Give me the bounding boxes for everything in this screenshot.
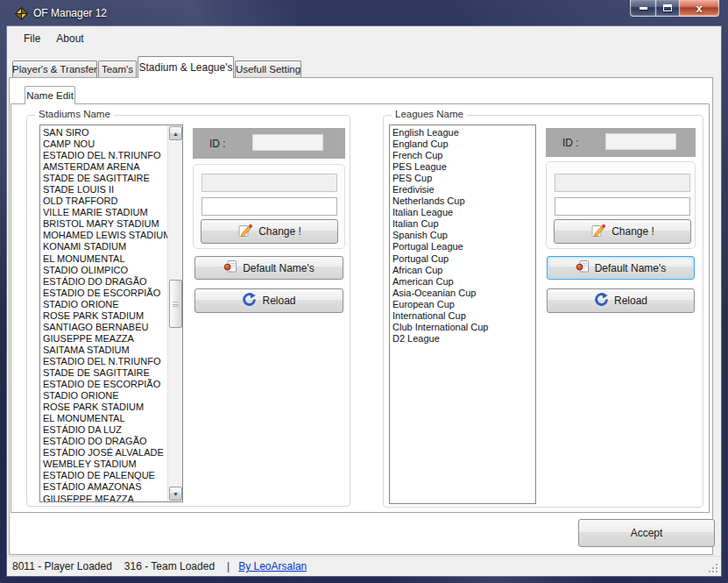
accept-button[interactable]: Accept: [578, 519, 715, 547]
maximize-button[interactable]: [655, 0, 680, 17]
stadiums-scrollbar[interactable]: ▲ ▼: [167, 125, 182, 501]
list-item[interactable]: Asia-Oceanian Cup: [392, 288, 535, 299]
stadium-new-name-field[interactable]: [201, 197, 337, 216]
list-item[interactable]: ESTÁDIO DO DRAGÃO: [43, 436, 166, 447]
list-item[interactable]: STADE DE SAGITTAIRE: [43, 367, 166, 379]
list-item[interactable]: English League: [392, 127, 535, 139]
list-item[interactable]: BRISTOL MARY STADIUM: [43, 218, 166, 230]
list-item[interactable]: VILLE MARIE STADIUM: [43, 207, 166, 218]
list-item[interactable]: Netherlands Cup: [392, 196, 535, 207]
league-change-button[interactable]: Change !: [554, 219, 691, 244]
scrollbar-thumb[interactable]: [169, 280, 182, 328]
scroll-down-icon[interactable]: ▼: [169, 487, 182, 501]
list-item[interactable]: ESTADIO DE PALENQUE: [43, 470, 166, 481]
stadiums-list: SAN SIROCAMP NOUESTADIO DEL N.TRIUNFOAMS…: [43, 127, 166, 502]
stadium-default-names-button[interactable]: Default Name's: [194, 256, 343, 280]
close-icon: x: [696, 3, 702, 14]
leagues-groupbox: Leagues Name English LeagueEngland CupFr…: [383, 115, 703, 508]
list-item[interactable]: Italian League: [392, 207, 535, 218]
list-item[interactable]: STADE DE SAGITTAIRE: [43, 173, 166, 184]
tab-stadium-leagues[interactable]: Stadium & League's: [138, 56, 234, 78]
list-item[interactable]: Italian Cup: [392, 218, 535, 230]
tab-name-edit[interactable]: Name Edit: [25, 86, 75, 104]
league-edit-panel: Change !: [546, 161, 696, 249]
league-current-name-field: [555, 174, 690, 192]
stadium-reload-label: Reload: [262, 295, 295, 307]
list-item[interactable]: SANTIAGO BERNABÉU: [43, 322, 166, 333]
close-button[interactable]: x: [680, 0, 719, 17]
list-item[interactable]: STADIO ORIONE: [43, 299, 166, 310]
league-reload-button[interactable]: Reload: [547, 288, 695, 313]
list-item[interactable]: GIUSEPPE MEAZZA: [43, 494, 166, 503]
menu-about[interactable]: About: [48, 29, 91, 48]
list-item[interactable]: International Cup: [392, 310, 535, 322]
resize-grip-icon[interactable]: [708, 563, 718, 573]
tab-usefull-setting[interactable]: Usefull Setting: [235, 60, 301, 77]
list-item[interactable]: ESTÁDIO JOSÉ ALVALADE: [43, 447, 166, 459]
stadium-reload-button[interactable]: Reload: [194, 288, 343, 313]
list-item[interactable]: PES League: [392, 161, 535, 173]
stadium-default-names-label: Default Name's: [243, 262, 315, 274]
list-item[interactable]: European Cup: [392, 299, 535, 310]
list-item[interactable]: STADIO OLIMPICO: [43, 265, 166, 276]
list-item[interactable]: AMSTERDAM ARENA: [43, 161, 166, 173]
status-players-loaded: 8011 - Player Loaded: [12, 560, 112, 572]
status-separator: |: [227, 560, 230, 572]
tab-players-transfer[interactable]: Player's & Transfer: [12, 60, 97, 77]
list-item[interactable]: ESTADIO DE ESCORPIÃO: [43, 288, 166, 299]
minimize-button[interactable]: [630, 0, 655, 17]
list-item[interactable]: STADIO ORIONE: [43, 390, 166, 402]
list-item[interactable]: CAMP NOU: [43, 139, 166, 150]
list-item[interactable]: SAN SIRO: [43, 127, 166, 139]
client-area: File About Player's & Transfer Team's St…: [7, 26, 721, 576]
list-item[interactable]: GIUSEPPE MEAZZA: [43, 333, 166, 345]
league-new-name-field[interactable]: [555, 197, 690, 216]
maximize-icon: [663, 4, 672, 11]
list-item[interactable]: EL MONUMENTAL: [43, 413, 166, 424]
list-item[interactable]: Portugal League: [392, 241, 535, 252]
league-id-field[interactable]: [605, 133, 676, 150]
list-item[interactable]: African Cup: [392, 265, 535, 276]
list-item[interactable]: KONAMI STADIUM: [43, 241, 166, 252]
credit-link[interactable]: By LeoArsalan: [238, 560, 307, 572]
minimize-icon: [640, 7, 647, 10]
league-default-names-label: Default Name's: [595, 262, 667, 274]
stadiums-listbox[interactable]: SAN SIROCAMP NOUESTADIO DEL N.TRIUNFOAMS…: [39, 124, 183, 502]
list-item[interactable]: ESTADIO DEL N.TRIUNFO: [43, 356, 166, 367]
leagues-listbox[interactable]: English LeagueEngland CupFrench CupPES L…: [389, 124, 536, 504]
scrollbar-grip-icon: [173, 302, 179, 307]
list-item[interactable]: WEMBLEY STADIUM: [43, 459, 166, 470]
stadium-id-field[interactable]: [252, 134, 323, 151]
list-item[interactable]: Spanish Cup: [392, 230, 535, 241]
list-item[interactable]: SAITAMA STADIUM: [43, 345, 166, 356]
scroll-up-icon[interactable]: ▲: [169, 126, 182, 140]
tab-teams[interactable]: Team's: [98, 60, 137, 77]
list-item[interactable]: ESTÁDIO AMAZONAS: [43, 481, 166, 493]
league-reload-label: Reload: [614, 295, 647, 307]
league-id-panel: ID :: [546, 128, 696, 157]
list-item[interactable]: ROSE PARK STADIUM: [43, 310, 166, 322]
list-item[interactable]: Club International Cup: [392, 322, 535, 333]
list-item[interactable]: PES Cup: [392, 173, 535, 184]
list-item[interactable]: Portugal Cup: [392, 253, 535, 265]
list-item[interactable]: EL MONUMENTAL: [43, 253, 166, 265]
league-default-names-button[interactable]: Default Name's: [547, 256, 695, 280]
list-item[interactable]: England Cup: [392, 139, 535, 150]
app-window: OF Manager 12 x File About Player's & Tr…: [0, 0, 728, 583]
list-item[interactable]: ESTADIO DEL N.TRIUNFO: [43, 150, 166, 161]
title-bar[interactable]: OF Manager 12 x: [0, 0, 728, 26]
list-item[interactable]: D2 League: [392, 333, 535, 345]
list-item[interactable]: OLD TRAFFORD: [43, 196, 166, 207]
menu-file[interactable]: File: [16, 29, 48, 48]
list-item[interactable]: Eredivisie: [392, 184, 535, 196]
list-item[interactable]: ESTÁDIO DA LUZ: [43, 424, 166, 436]
list-item[interactable]: ESTADIO DE ESCORPIÃO: [43, 379, 166, 390]
list-item[interactable]: French Cup: [392, 150, 535, 161]
pencil-note-icon: [237, 224, 253, 240]
list-item[interactable]: ESTÁDIO DO DRAGÃO: [43, 276, 166, 288]
list-item[interactable]: STADE LOUIS II: [43, 184, 166, 196]
list-item[interactable]: American Cup: [392, 276, 535, 288]
list-item[interactable]: MOHAMED LEWIS STADIUM: [43, 230, 166, 241]
stadium-change-button[interactable]: Change !: [201, 219, 338, 244]
list-item[interactable]: ROSE PARK STADIUM: [43, 402, 166, 413]
